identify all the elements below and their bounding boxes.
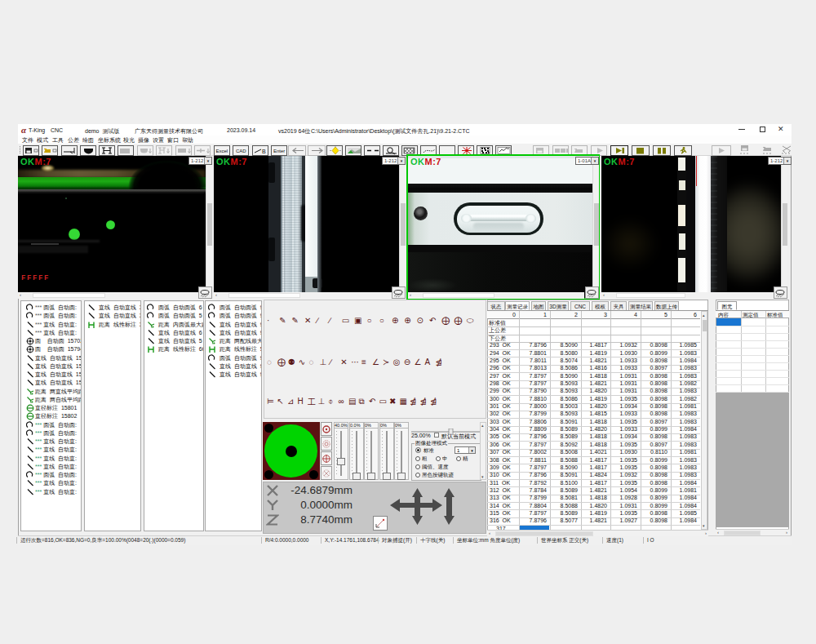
svg-text:B: B (262, 149, 266, 154)
